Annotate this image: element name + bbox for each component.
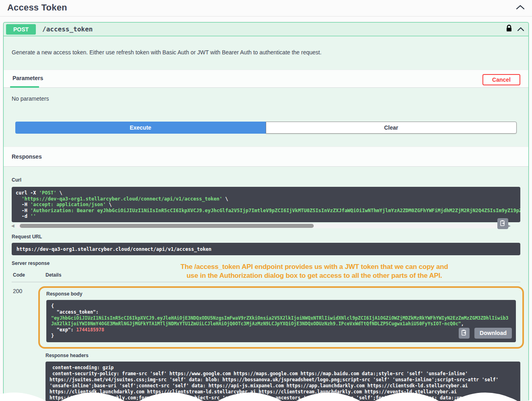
auth-lock-icon[interactable] [506,25,512,34]
response-table-header: Code Details [12,269,520,282]
response-row-200: 200 Response body { "access_token": "eyJ… [12,282,520,401]
responses-body: Curl curl -X 'POST' \ 'https://dev-qa3-o… [4,167,528,401]
no-parameters-text: No parameters [12,95,49,102]
response-body-json: { "access_token": "eyJhbGciOiJIUzI1NiIsI… [46,300,516,342]
page-title: Access Token [7,2,67,13]
clear-button[interactable]: Clear [266,122,517,134]
request-url-label: Request URL [12,234,520,240]
response-headers-block: content-encoding: gzip content-security-… [46,362,520,401]
execute-button[interactable]: Execute [15,122,266,134]
section-collapse-chevron-up-icon[interactable] [516,4,525,11]
execute-row: Execute Clear [15,122,517,134]
operation-path: /access_token [42,25,93,33]
download-button[interactable]: Download [474,328,512,339]
operation-summary-bar[interactable]: POST /access_token [4,23,528,36]
scroll-left-icon[interactable]: ◀ [11,223,14,228]
clipboard-copy-icon [461,329,467,337]
clipboard-copy-icon [500,220,506,227]
details-column-header: Details [46,272,61,278]
tab-parameters[interactable]: Parameters [10,74,46,88]
section-header: Access Token [0,0,532,17]
operation-collapse-chevron-up-icon[interactable] [517,26,524,33]
opblock-post-access-token: POST /access_token Generate a new access… [3,22,529,401]
curl-horizontal-scrollbar: ◀ ▶ [12,223,520,229]
annotation-highlight-box: Response body { "access_token": "eyJhbGc… [38,286,524,349]
parameters-empty-area: No parameters [4,88,528,122]
curl-command: curl -X 'POST' \ 'https://dev-qa3-org1.s… [12,187,520,222]
responses-title: Responses [12,153,42,160]
curl-copy-button[interactable] [497,218,508,229]
server-response-label: Server response [12,260,520,266]
code-column-header: Code [12,272,46,278]
server-response-zone: The /access_token API endpoint provides … [12,269,520,401]
curl-label: Curl [12,177,520,183]
responses-section-header: Responses [4,147,528,167]
parameters-section-header: Parameters Cancel [4,70,528,88]
scrollbar-thumb[interactable] [20,224,314,228]
response-body-copy-button[interactable] [459,328,470,339]
operation-description: Generate a new access token. Either use … [4,36,528,70]
request-url-value: https://dev-qa3-org1.stellarcyber.cloud/… [12,243,520,255]
http-method-badge: POST [6,24,36,35]
response-body-label: Response body [46,291,516,297]
scrollbar-track[interactable] [16,223,506,228]
cancel-button[interactable]: Cancel [482,74,520,85]
response-headers-label: Response headers [46,353,520,358]
